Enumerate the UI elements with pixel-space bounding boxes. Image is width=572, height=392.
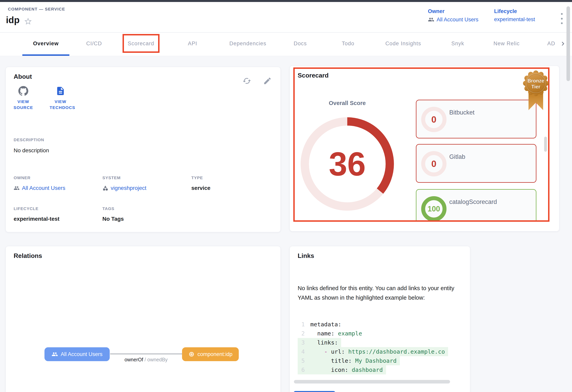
favorite-star-icon[interactable] — [24, 17, 32, 26]
tab-api[interactable]: API — [188, 33, 197, 54]
lifecycle-value: experimental-test — [494, 16, 535, 23]
owner-link-text: All Account Users — [22, 185, 65, 191]
type-field-value: service — [191, 185, 210, 191]
scorecard-card: Scorecard Overall Score 36 0 Bitbucket 0 — [289, 66, 559, 231]
owner-link[interactable]: All Account Users — [428, 16, 478, 23]
tabs-scroll-chevron-right-icon[interactable] — [559, 40, 567, 48]
tab-docs[interactable]: Docs — [294, 33, 307, 54]
relation-edge-label: ownerOf / ownedBy — [110, 357, 182, 362]
edge-separator: / — [143, 357, 147, 362]
tags-field-label: TAGS — [102, 206, 114, 211]
view-techdocs-button[interactable]: VIEW TECHDOCS — [46, 86, 75, 111]
type-field-label: TYPE — [191, 175, 203, 180]
overall-score-label: Overall Score — [298, 100, 397, 106]
relation-node-label: component:idp — [197, 351, 232, 357]
score-ring: 0 — [421, 107, 446, 132]
page-vertical-scrollbar[interactable] — [567, 6, 570, 81]
tab-snyk[interactable]: Snyk — [451, 33, 464, 54]
links-card-title: Links — [298, 252, 314, 260]
score-value: 100 — [421, 196, 446, 221]
scorecard-item-gitlab[interactable]: 0 Gitlab — [416, 144, 536, 183]
scorecard-card-title: Scorecard — [298, 72, 329, 79]
owner-field-label: OWNER — [14, 175, 31, 180]
tab-adrs-clipped[interactable]: ADRs — [547, 33, 555, 54]
relations-card-title: Relations — [14, 252, 42, 260]
edit-pencil-icon[interactable] — [263, 77, 272, 85]
code-line-highlighted: 5 title: My Dashboard — [298, 356, 466, 365]
primary-action-button[interactable] — [294, 391, 335, 392]
badge-text-line2: Tier — [531, 84, 540, 89]
score-value: 0 — [421, 151, 446, 176]
relation-node-owner[interactable]: All Account Users — [45, 347, 110, 361]
tab-scorecard[interactable]: Scorecard — [128, 33, 154, 54]
overall-score-value: 36 — [300, 116, 395, 212]
tab-overview[interactable]: Overview — [33, 33, 59, 54]
active-tab-indicator — [22, 54, 69, 56]
tab-todo[interactable]: Todo — [342, 33, 354, 54]
scorecard-item-name: catalogScorecard — [449, 198, 497, 206]
browser-top-bar — [0, 0, 572, 2]
entity-header: COMPONENT — SERVICE idp Owner All Accoun… — [0, 2, 572, 33]
about-card-title: About — [14, 73, 32, 80]
owner-field-value: All Account Users — [14, 185, 65, 191]
bronze-tier-badge: Bronze Tier — [519, 69, 553, 114]
system-field-value: vigneshproject — [102, 185, 146, 191]
tags-field-value: No Tags — [102, 216, 124, 222]
tab-cicd[interactable]: CI/CD — [86, 33, 102, 54]
more-options-kebab-icon[interactable] — [558, 13, 566, 24]
score-value: 0 — [421, 107, 446, 132]
scorecard-item-name: Gitlab — [449, 153, 465, 160]
tab-code-insights[interactable]: Code Insights — [385, 33, 421, 54]
view-techdocs-label: VIEW TECHDOCS — [50, 99, 71, 111]
view-source-button[interactable]: VIEW SOURCE — [9, 86, 38, 111]
system-link-text: vigneshproject — [111, 185, 146, 191]
code-line-highlighted: 4 - url: https://dashboard.example.co — [298, 347, 466, 356]
code-line: 2 name: example — [298, 329, 466, 338]
owner-entity-link[interactable]: All Account Users — [14, 185, 65, 191]
code-line-highlighted: 3 links: — [298, 338, 466, 347]
edge-secondary-label: ownedBy — [147, 357, 168, 362]
people-icon — [52, 351, 58, 357]
edge-primary-label: ownerOf — [125, 357, 143, 362]
system-entity-link[interactable]: vigneshproject — [102, 185, 146, 191]
overall-score-donut: 36 — [300, 116, 395, 212]
owner-label: Owner — [428, 8, 478, 15]
scorecard-item-catalogscorecard[interactable]: 100 catalogScorecard — [416, 189, 536, 221]
refresh-icon[interactable] — [242, 77, 251, 85]
relation-node-component[interactable]: component:idp — [182, 347, 239, 361]
scorecard-item-bitbucket[interactable]: 0 Bitbucket — [416, 100, 536, 138]
view-source-label: VIEW SOURCE — [13, 99, 34, 111]
system-field-label: SYSTEM — [102, 175, 121, 180]
entity-page: COMPONENT — SERVICE idp Owner All Accoun… — [0, 0, 572, 392]
owner-value: All Account Users — [437, 16, 478, 23]
links-card: Links No links defined for this entity. … — [289, 246, 470, 392]
techdocs-document-icon — [56, 86, 65, 96]
system-category-icon — [102, 185, 108, 191]
lifecycle-field-value: experimental-test — [14, 216, 60, 222]
relation-node-label: All Account Users — [61, 351, 103, 357]
header-owner: Owner All Account Users — [428, 8, 478, 23]
code-horizontal-scrollbar[interactable] — [294, 380, 450, 383]
code-line: 1metadata: — [298, 320, 466, 329]
scorecard-list-scrollbar[interactable] — [544, 137, 547, 152]
people-icon — [14, 185, 20, 191]
tab-new-relic[interactable]: New Relic — [493, 33, 520, 54]
links-empty-message: No links defined for this entity. You ca… — [298, 283, 463, 302]
score-ring: 0 — [421, 151, 446, 176]
score-ring: 100 — [421, 196, 446, 221]
page-title: idp — [6, 15, 20, 25]
tab-dependencies[interactable]: Dependencies — [229, 33, 266, 54]
scorecard-item-list: 0 Bitbucket 0 Gitlab 100 catalogScorecar… — [416, 98, 538, 221]
entity-tabs: Overview CI/CD Scorecard API Dependencie… — [0, 33, 572, 56]
yaml-example-code-block: 1metadata: 2 name: example 3 links: 4 - … — [298, 320, 466, 375]
lifecycle-field-label: LIFECYCLE — [14, 206, 39, 211]
about-card: About VIEW SOURCE VIEW TECHDOCS DESCRIPT… — [5, 67, 281, 232]
header-lifecycle: Lifecycle experimental-test — [494, 8, 535, 23]
entity-kind-eyebrow: COMPONENT — SERVICE — [8, 7, 65, 12]
people-icon — [428, 16, 434, 23]
scorecard-item-name: Bitbucket — [449, 109, 475, 116]
badge-text-line1: Bronze — [527, 78, 544, 83]
description-label: DESCRIPTION — [14, 137, 44, 142]
component-chip-icon — [188, 351, 195, 357]
description-value: No description — [14, 147, 49, 154]
